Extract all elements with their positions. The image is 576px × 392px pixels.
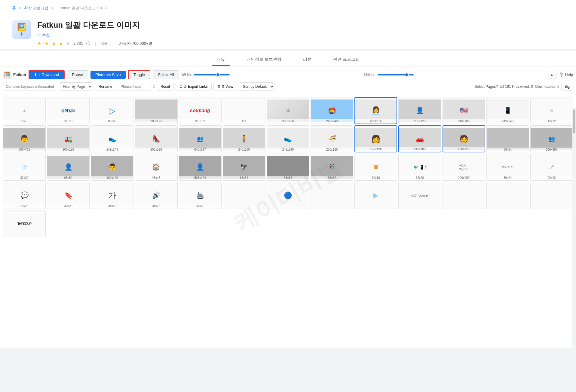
select-all-label: Select All (158, 72, 174, 77)
image-cell-15[interactable]: 🚛 200x125 (47, 125, 90, 152)
tab-privacy[interactable]: 개인정보 보호관행 (242, 54, 286, 66)
sort-select[interactable]: Sort by Default (239, 82, 274, 91)
image-cell-47[interactable] (311, 182, 353, 209)
keyword-filter-input[interactable] (3, 83, 57, 90)
image-cell-23[interactable]: 🚗 240x180 (398, 125, 441, 152)
image-cell-40[interactable]: 💬 23x23 (3, 182, 46, 209)
tab-overview[interactable]: 개요 (212, 54, 230, 66)
pinterest-save-button[interactable]: Pinterest Save (90, 71, 126, 79)
image-cell-44[interactable]: 🖨️ 34x20 (179, 182, 222, 209)
dim-label-35: 10x10 (355, 176, 397, 180)
image-cell-53[interactable]: THREDUP (3, 210, 46, 237)
app-recommend[interactable]: ⊙ 추천 (37, 32, 564, 38)
image-cell-43[interactable]: 🔊 34x28 (135, 182, 177, 209)
image-cell-46[interactable]: 🔵 (267, 182, 309, 209)
image-cell-13[interactable]: ✕ 12x12 (530, 97, 573, 124)
image-thumb-47 (311, 184, 353, 207)
image-cell-49[interactable]: AdChoices ▶ (398, 182, 441, 209)
image-cell-6[interactable]: 1x1 (223, 97, 265, 124)
image-cell-39[interactable]: ↗ 22x22 (530, 154, 573, 181)
dim-label-15: 200x125 (47, 148, 89, 152)
image-cell-20[interactable]: 👟 249x249 (267, 125, 309, 152)
image-cell-17[interactable]: 👠 200x125 (135, 125, 177, 152)
image-cell-48[interactable]: ▶ (354, 182, 397, 209)
image-cell-27[interactable]: ⟳ 32x32 (3, 154, 46, 181)
image-cell-50[interactable] (443, 182, 485, 209)
image-cell-26[interactable]: 👥 530x398 (530, 125, 573, 152)
breadcrumb-extensions[interactable]: 확장 프로그램 (24, 6, 49, 10)
image-cell-22[interactable]: 👩 126x126 (354, 125, 397, 152)
image-cell-29[interactable]: 👨 160x120 (91, 154, 133, 181)
image-cell-41[interactable]: 🔖 40x23 (47, 182, 90, 209)
export-links-button[interactable]: ⊙ ⊙ Export Links (176, 83, 211, 90)
image-cell-25[interactable]: 65x54 (486, 125, 529, 152)
image-cell-11[interactable]: 🇺🇸 240x180 (443, 97, 485, 124)
image-cell-7[interactable]: AD 300x250 (267, 97, 309, 124)
image-cell-30[interactable]: 🏠 45x45 (135, 154, 177, 181)
image-cell-18[interactable]: 👥 640x527 (179, 125, 222, 152)
image-cell-34[interactable]: 👫 65x54 (311, 154, 353, 181)
big-label: Big (565, 84, 570, 89)
image-thumb-16: 👟 (91, 128, 133, 150)
scrollbar-thumb[interactable] (573, 109, 575, 133)
rating-count: 2,731 (73, 41, 83, 46)
image-cell-33[interactable]: 65x54 (267, 154, 309, 181)
image-cell-16[interactable]: 👟 249x249 (91, 125, 133, 152)
pause-button[interactable]: Pause (67, 70, 88, 79)
stats-info: Select Pages? tal 191 Previewed: 0 Downl… (474, 84, 559, 89)
please-input-field[interactable] (118, 83, 151, 90)
reset-button[interactable]: Reset (157, 83, 174, 90)
view-button[interactable]: ⊞ ⊞ View (213, 83, 237, 90)
dim-label-36: 72x20 (399, 176, 441, 180)
rename-button[interactable]: Rename (95, 83, 116, 90)
image-cell-4[interactable]: 200x125 (135, 97, 177, 124)
image-cell-32[interactable]: 🦅 65x54 (223, 154, 265, 181)
width-slider[interactable] (194, 74, 230, 75)
image-cell-1[interactable]: ▲ 15x15 (3, 97, 46, 124)
image-cell-35[interactable]: 10x10 (354, 154, 397, 181)
image-thumb-17: 👠 (135, 128, 177, 150)
image-thumb-37: ≡QX≡Q◁▷ (443, 156, 485, 179)
image-cell-14[interactable]: 👨 500x721 (3, 125, 46, 152)
tab-review[interactable]: 리뷰 (298, 54, 316, 66)
select-all-button[interactable]: Select All (153, 70, 179, 79)
info-icon[interactable]: ⓘ (86, 41, 90, 46)
image-cell-28[interactable]: 👤 65x54 (47, 154, 90, 181)
image-cell-24[interactable]: 🧑 200x125 (443, 125, 485, 152)
image-cell-52[interactable] (530, 182, 573, 209)
download-button[interactable]: ⬇ ↓ Download (29, 70, 65, 79)
image-cell-38[interactable]: 위기모드 80x24 (486, 154, 529, 181)
image-thumb-49: AdChoices ▶ (399, 184, 441, 207)
toolbar-row-2: Filter by Page Rename 2 Reset ⊙ ⊙ Export… (3, 81, 573, 92)
tab-related[interactable]: 관련 프로그램 (328, 54, 364, 66)
image-cell-8[interactable]: 🏟️ 249x249 (311, 97, 353, 124)
donga-logo: 동아일보 (61, 108, 75, 113)
image-thumb-4 (135, 100, 177, 122)
image-cell-2[interactable]: 동아일보 103x19 (47, 97, 90, 124)
toggle-button[interactable]: Toggle (128, 70, 150, 79)
image-cell-19[interactable]: 🧍 240x180 (223, 125, 265, 152)
image-cell-21[interactable]: 🍜 200x125 (311, 125, 353, 152)
help-button[interactable]: ❓ Help (559, 72, 573, 77)
width-slider-group: Width: (182, 73, 362, 77)
height-label: Height: (364, 73, 376, 77)
scrollbar[interactable] (572, 108, 576, 348)
image-cell-51[interactable] (486, 182, 529, 209)
image-cell-12[interactable]: 📱 249x249 (486, 97, 529, 124)
app-meta: ★ ★ ★ ★ ★ 2,731 ⓘ | 사진 | 사용자 700,000+명 (37, 41, 564, 46)
image-cell-10[interactable]: 👤 205x125 (398, 97, 441, 124)
image-cell-37[interactable]: ≡QX≡Q◁▷ 200x200 (443, 154, 485, 181)
image-cell-42[interactable]: 가 34x28 (91, 182, 133, 209)
image-cell-5[interactable]: coupang 350x82 (179, 97, 222, 124)
breadcrumb-home[interactable]: 홈 (12, 6, 16, 10)
expand-button[interactable]: ▲ (547, 71, 556, 79)
image-cell-45[interactable] (223, 182, 265, 209)
image-cell-3[interactable]: ▷ 88x95 (91, 97, 133, 124)
image-cell-31[interactable]: 👤 565x424 (179, 154, 222, 181)
big-button[interactable]: Big (561, 83, 573, 90)
image-cell-9[interactable]: 👩‍💼 560x816 (354, 97, 397, 124)
image-cell-36[interactable]: 🐦 📱 f 72x20 (398, 154, 441, 181)
image-thumb-45 (223, 184, 265, 207)
filter-by-page-select[interactable]: Filter by Page (59, 82, 93, 91)
height-slider[interactable] (378, 74, 414, 75)
